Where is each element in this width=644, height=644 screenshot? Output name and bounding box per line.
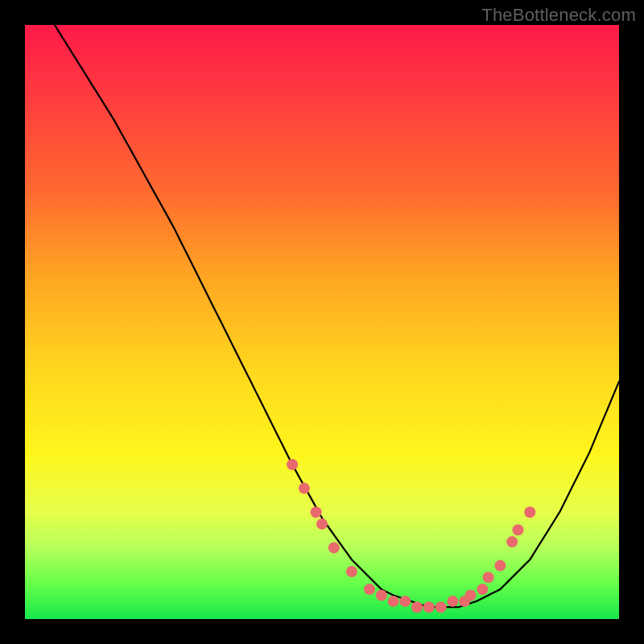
watermark-text: TheBottleneck.com — [481, 5, 636, 26]
marker-dot — [328, 542, 340, 553]
marker-dot — [411, 601, 423, 613]
marker-dot — [506, 536, 518, 547]
marker-dot — [494, 560, 506, 572]
marker-dot — [524, 506, 535, 518]
chart-svg — [25, 25, 619, 619]
marker-dot — [465, 590, 477, 601]
bottleneck-curve — [55, 25, 619, 607]
marker-dot — [483, 572, 494, 583]
marker-dot — [436, 601, 447, 613]
plot-area — [25, 25, 619, 619]
marker-dot — [311, 506, 322, 518]
marker-dot — [287, 459, 298, 470]
marker-dot — [346, 566, 357, 577]
marker-dot — [447, 596, 458, 607]
marker-dot — [513, 524, 524, 535]
marker-dot — [376, 590, 387, 601]
marker-dot — [388, 596, 399, 607]
marker-dot — [399, 596, 411, 607]
marker-dot — [364, 584, 375, 595]
marker-dot — [299, 483, 310, 494]
marker-dot — [477, 584, 488, 595]
marker-dot — [316, 518, 328, 530]
chart-frame: TheBottleneck.com — [0, 0, 644, 644]
marker-dot — [423, 601, 435, 613]
